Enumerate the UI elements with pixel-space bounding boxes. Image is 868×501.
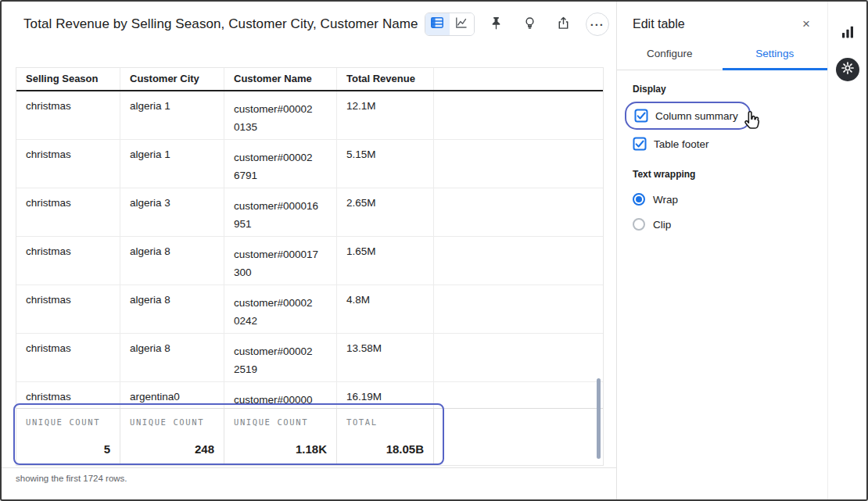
radio-row-wrap[interactable]: Wrap [633,187,812,212]
cell-total-revenue[interactable]: 16.19M [336,382,433,408]
lightbulb-button[interactable] [518,13,542,36]
title-bar: Total Revenue by Selling Season, Custome… [2,2,616,41]
vertical-scrollbar[interactable] [597,378,601,459]
column-header-empty[interactable] [433,68,603,90]
checkbox-icon[interactable] [634,109,648,123]
table-row: christmasalgeria 8customer#0000173001.65… [16,237,603,285]
row-count-note: showing the first 1724 rows. [2,467,616,483]
cell-total-revenue[interactable]: 1.65M [336,237,433,284]
table-row: christmasargentina0customer#0000016.19M [16,382,603,408]
cell-customer-city[interactable]: algeria 1 [120,140,224,188]
cell-customer-city[interactable]: algeria 1 [120,91,224,139]
checkbox-row-table-footer[interactable]: Table footer [633,133,812,155]
cell-customer-name[interactable]: customer#000016951 [224,188,336,236]
cell-empty[interactable] [433,140,603,188]
cell-customer-name[interactable]: customer#000017300 [224,237,336,284]
cell-selling-season[interactable]: christmas [16,285,120,333]
summary-value: 18.05B [346,442,424,456]
panel-title: Edit table [633,17,685,31]
table-row: christmasalgeria 1customer#0000267915.15… [16,140,603,188]
radio-row-clip[interactable]: Clip [633,212,812,237]
panel-tabs: Configure Settings [617,40,827,70]
data-table: Selling Season Customer City Customer Na… [16,67,604,466]
edit-table-panel: Edit table × Configure Settings Display … [616,2,827,499]
panel-body: Display Column summary Table footer [617,70,827,249]
radio-label-wrap: Wrap [653,194,678,206]
pin-button[interactable] [485,13,508,36]
pin-icon [489,16,504,34]
summary-cell: UNIQUE COUNT248 [120,409,224,465]
settings-gear-button[interactable] [836,58,859,81]
customer-name-line: 0242 [234,312,327,330]
radio-icon[interactable] [633,218,645,231]
checkbox-label-table-footer: Table footer [654,138,709,150]
view-toggle [425,13,475,36]
cell-customer-city[interactable]: algeria 3 [120,188,224,236]
cell-selling-season[interactable]: christmas [16,91,120,139]
table-row: christmasalgeria 1customer#00002013512.1… [16,91,603,140]
summary-cell: UNIQUE COUNT1.18K [224,409,336,465]
app-window: Total Revenue by Selling Season, Custome… [0,0,868,501]
customer-name-line: customer#000016 [234,197,327,215]
column-header-selling-season[interactable]: Selling Season [16,68,120,90]
right-rail [827,2,866,499]
column-header-customer-name[interactable]: Customer Name [224,68,336,90]
cell-customer-name[interactable]: customer#000020135 [224,91,336,139]
more-options-button[interactable]: ··· [586,13,609,36]
cell-total-revenue[interactable]: 2.65M [336,188,433,236]
share-button[interactable] [552,13,576,36]
cell-customer-city[interactable]: argentina0 [120,382,224,408]
customer-name-line: customer#00000 [234,391,327,408]
summary-value: 248 [130,442,214,456]
share-icon [556,16,571,34]
cell-selling-season[interactable]: christmas [16,237,120,284]
cell-empty[interactable] [433,188,603,236]
radio-icon[interactable] [633,193,645,206]
cell-total-revenue[interactable]: 12.1M [336,91,433,139]
tab-settings[interactable]: Settings [723,40,828,70]
cell-customer-name[interactable]: customer#00000 [224,382,336,408]
tab-configure[interactable]: Configure [617,40,723,70]
cell-customer-name[interactable]: customer#000026791 [224,140,336,188]
summary-value: 1.18K [234,442,327,456]
cell-total-revenue[interactable]: 13.58M [336,334,433,381]
cell-selling-season[interactable]: christmas [16,334,120,381]
cell-selling-season[interactable]: christmas [16,140,120,188]
chart-view-icon [454,16,468,33]
column-header-total-revenue[interactable]: Total Revenue [336,68,433,90]
cell-selling-season[interactable]: christmas [16,382,120,408]
cell-total-revenue[interactable]: 5.15M [336,140,433,188]
chart-view-button[interactable] [450,13,474,35]
cell-customer-name[interactable]: customer#000020242 [224,285,336,333]
checkbox-label-column-summary: Column summary [655,110,738,122]
summary-cell: UNIQUE COUNT5 [16,409,120,465]
cell-selling-season[interactable]: christmas [16,188,120,236]
cell-empty[interactable] [433,285,603,333]
checkbox-row-column-summary[interactable]: Column summary [634,105,738,127]
cell-empty[interactable] [433,237,603,284]
main-area: Total Revenue by Selling Season, Custome… [2,2,616,499]
cell-empty[interactable] [433,334,603,381]
summary-label: TOTAL [346,417,424,427]
page-title: Total Revenue by Selling Season, Custome… [23,16,418,32]
column-summary-annotation: Column summary [625,102,751,130]
summary-label: UNIQUE COUNT [26,417,110,427]
customer-name-line: 951 [234,215,327,233]
cell-total-revenue[interactable]: 4.8M [336,285,433,333]
bar-chart-button[interactable] [836,22,859,45]
text-wrapping-heading: Text wrapping [633,169,812,180]
cell-customer-city[interactable]: algeria 8 [120,237,224,284]
checkbox-icon[interactable] [633,137,647,151]
cell-customer-city[interactable]: algeria 8 [120,334,224,381]
column-header-customer-city[interactable]: Customer City [120,68,224,90]
customer-name-line: customer#000017 [234,245,327,263]
cell-empty[interactable] [433,382,603,408]
cell-customer-name[interactable]: customer#000022519 [224,334,336,381]
radio-label-clip: Clip [653,219,671,231]
cell-customer-city[interactable]: algeria 8 [120,285,224,333]
gear-icon [841,61,855,78]
cell-empty[interactable] [433,91,603,139]
table-view-button[interactable] [425,13,450,35]
close-icon[interactable]: × [798,16,815,32]
ellipsis-icon: ··· [590,19,604,30]
